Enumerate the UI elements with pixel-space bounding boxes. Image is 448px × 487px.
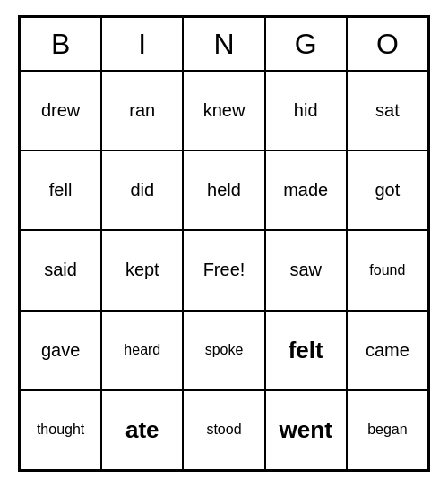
cell-3-1: heard: [101, 311, 183, 390]
cell-1-4: got: [347, 150, 428, 230]
header-n: N: [183, 17, 264, 71]
cell-1-0: fell: [20, 150, 101, 230]
cell-1-2: held: [183, 150, 264, 230]
cell-2-4: found: [347, 230, 428, 310]
cell-0-3: hid: [265, 71, 347, 150]
cell-2-3: saw: [265, 230, 347, 310]
cell-2-0: said: [20, 230, 101, 310]
header-i: I: [101, 17, 183, 71]
cell-4-3: went: [265, 390, 347, 470]
cell-4-2: stood: [183, 390, 264, 470]
header-b: B: [20, 17, 101, 71]
cell-2-1: kept: [101, 230, 183, 310]
header-o: O: [347, 17, 428, 71]
cell-1-3: made: [265, 150, 347, 230]
cell-3-2: spoke: [183, 311, 264, 390]
cell-0-0: drew: [20, 71, 101, 150]
cell-4-0: thought: [20, 390, 101, 470]
cell-3-0: gave: [20, 311, 101, 390]
bingo-card: B I N G O drew ran knew hid sat fell did…: [18, 15, 430, 472]
cell-0-1: ran: [101, 71, 183, 150]
cell-2-2-free: Free!: [183, 230, 264, 310]
cell-3-3: felt: [265, 311, 347, 390]
header-g: G: [265, 17, 347, 71]
cell-0-4: sat: [347, 71, 428, 150]
cell-0-2: knew: [183, 71, 264, 150]
cell-4-1: ate: [101, 390, 183, 470]
cell-1-1: did: [101, 150, 183, 230]
cell-3-4: came: [347, 311, 428, 390]
cell-4-4: began: [347, 390, 428, 470]
